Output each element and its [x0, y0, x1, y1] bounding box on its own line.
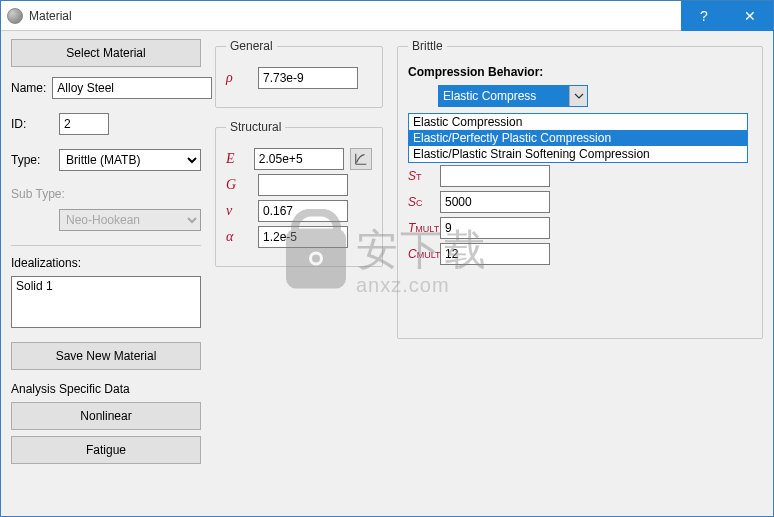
st-symbol: ST [408, 168, 434, 184]
tmult-symbol: TMULT [408, 220, 434, 236]
id-label: ID: [11, 117, 53, 131]
close-icon: ✕ [744, 8, 756, 24]
material-window: Material ? ✕ Select Material Name: ID: T… [0, 0, 774, 517]
analysis-specific-label: Analysis Specific Data [11, 382, 201, 396]
compression-behavior-label: Compression Behavior: [408, 65, 752, 79]
compression-behavior-dropdown[interactable]: Elastic CompressionElastic/Perfectly Pla… [408, 113, 748, 163]
subtype-select: Neo-Hookean [59, 209, 201, 231]
select-material-button[interactable]: Select Material [11, 39, 201, 67]
general-group: General ρ [215, 39, 383, 108]
nonlinear-button[interactable]: Nonlinear [11, 402, 201, 430]
fatigue-button[interactable]: Fatigue [11, 436, 201, 464]
structural-legend: Structural [226, 120, 285, 134]
right-panel: Brittle Compression Behavior: Elastic Co… [389, 33, 771, 514]
sc-symbol: SC [408, 194, 434, 210]
g-symbol: G [226, 177, 252, 193]
compression-behavior-option[interactable]: Elastic/Plastic Strain Softening Compres… [409, 146, 747, 162]
rho-symbol: ρ [226, 70, 252, 86]
g-input[interactable] [258, 174, 348, 196]
idealizations-list[interactable]: Solid 1 [11, 276, 201, 328]
left-panel: Select Material Name: ID: Type: Brittle … [3, 33, 209, 514]
divider [11, 245, 201, 246]
sc-input[interactable] [440, 191, 550, 213]
chevron-down-icon [569, 86, 587, 106]
e-symbol: E [226, 151, 248, 167]
nu-input[interactable] [258, 200, 348, 222]
save-new-material-button[interactable]: Save New Material [11, 342, 201, 370]
brittle-group: Brittle Compression Behavior: Elastic Co… [397, 39, 763, 339]
general-legend: General [226, 39, 277, 53]
alpha-input[interactable] [258, 226, 348, 248]
compression-behavior-option[interactable]: Elastic/Perfectly Plastic Compression [409, 130, 747, 146]
nu-symbol: ν [226, 203, 252, 219]
st-input[interactable] [440, 165, 550, 187]
type-select[interactable]: Brittle (MATB) [59, 149, 201, 171]
tmult-input[interactable] [440, 217, 550, 239]
alpha-symbol: α [226, 229, 252, 245]
middle-panel: General ρ Structural E G [209, 33, 389, 514]
titlebar: Material ? ✕ [1, 1, 773, 31]
name-label: Name: [11, 81, 46, 95]
curve-icon [354, 152, 368, 166]
subtype-label: Sub Type: [11, 187, 65, 201]
compression-behavior-selected: Elastic Compress [439, 86, 569, 106]
dialog-body: Select Material Name: ID: Type: Brittle … [1, 31, 773, 516]
e-input[interactable] [254, 148, 344, 170]
brittle-legend: Brittle [408, 39, 447, 53]
idealizations-label: Idealizations: [11, 256, 201, 270]
cmult-input[interactable] [440, 243, 550, 265]
app-icon [7, 8, 23, 24]
help-button[interactable]: ? [681, 1, 727, 31]
compression-behavior-select[interactable]: Elastic Compress [438, 85, 588, 107]
close-button[interactable]: ✕ [727, 1, 773, 31]
help-icon: ? [700, 8, 708, 24]
name-input[interactable] [52, 77, 212, 99]
cmult-symbol: CMULT [408, 246, 434, 262]
id-input[interactable] [59, 113, 109, 135]
compression-behavior-option[interactable]: Elastic Compression [409, 114, 747, 130]
window-title: Material [29, 9, 681, 23]
type-label: Type: [11, 153, 53, 167]
rho-input[interactable] [258, 67, 358, 89]
structural-group: Structural E G ν α [215, 120, 383, 267]
e-curve-button[interactable] [350, 148, 372, 170]
